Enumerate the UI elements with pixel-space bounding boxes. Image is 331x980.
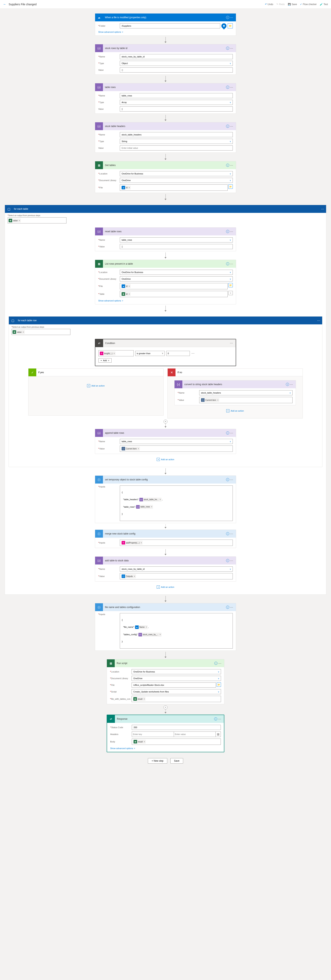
add-action-button[interactable]: +Add an action	[157, 585, 174, 589]
info-icon[interactable]: i	[226, 86, 229, 89]
card-header[interactable]: {𝑥} add table to stock data i ⋯	[95, 557, 236, 565]
value-input[interactable]	[120, 244, 233, 249]
info-icon[interactable]: i	[226, 230, 229, 233]
result-token[interactable]: ▦result×	[133, 697, 145, 701]
menu-icon[interactable]: ⋯	[229, 230, 234, 234]
menu-icon[interactable]: ⋯	[289, 383, 294, 386]
script-select[interactable]: Create_Update worksheets from files∨	[132, 689, 221, 694]
addproperty-token[interactable]: fxaddProperty(...)×	[122, 541, 143, 545]
menu-icon[interactable]: ⋯	[321, 207, 324, 211]
menu-icon[interactable]: ⋯	[217, 717, 222, 721]
param-input[interactable]: ▦result×	[132, 696, 221, 702]
name-select[interactable]: stock_rows_by_table_id∨	[120, 566, 233, 571]
status-input[interactable]	[132, 725, 221, 730]
save-button[interactable]: 💾Save	[288, 3, 297, 6]
card-header[interactable]: {𝑥} reset table rows i ⋯	[95, 228, 236, 235]
value-input[interactable]	[120, 107, 233, 111]
info-icon[interactable]: i	[226, 478, 229, 481]
value-input[interactable]: ▢Current item×	[120, 445, 233, 452]
insert-step-button[interactable]: +	[164, 705, 167, 710]
length-token[interactable]: fxlength(...)×	[100, 352, 116, 355]
inputs-code[interactable]: { "table_headers": {𝑥}stock_table_he...×…	[120, 485, 233, 521]
menu-icon[interactable]: ⋯	[229, 478, 234, 482]
inputs-code[interactable]: { "file_name": ☁Name×, "tables_config": …	[120, 613, 233, 649]
id-token[interactable]: ▦Id×	[122, 292, 130, 296]
folder-picker-button[interactable]: 📁	[228, 23, 233, 29]
clear-icon[interactable]: ×	[228, 291, 233, 295]
menu-icon[interactable]: ⋯	[229, 262, 234, 266]
location-select[interactable]: OneDrive for Business∨	[132, 669, 221, 674]
value-input[interactable]	[120, 145, 233, 151]
back-arrow[interactable]: ←	[3, 3, 6, 6]
name-select[interactable]: table_rows∨	[120, 237, 233, 242]
header-value-input[interactable]	[174, 732, 216, 737]
flowchecker-button[interactable]: ✓Flow checker	[300, 3, 317, 6]
info-icon[interactable]: i	[226, 125, 229, 128]
name-input[interactable]	[120, 132, 233, 137]
menu-icon[interactable]: ⋯	[229, 431, 234, 435]
info-icon[interactable]: i	[226, 262, 229, 266]
result-token[interactable]: ▦result×	[134, 740, 146, 744]
value-input[interactable]: {·}Outputs×	[120, 573, 233, 579]
menu-icon[interactable]: ⋯	[229, 164, 234, 167]
type-select[interactable]: Object∨	[120, 61, 233, 66]
info-icon[interactable]: i	[286, 383, 289, 386]
header-key-input[interactable]	[132, 732, 174, 737]
menu-icon[interactable]: ⋯	[218, 662, 222, 665]
outputs-token[interactable]: {·}Outputs×	[122, 574, 136, 578]
folder-input[interactable]: /Suppliers	[120, 23, 220, 29]
stockrows-token[interactable]: {𝑥}stock_rows_by_...×	[138, 633, 162, 636]
library-select[interactable]: OneDrive∨	[132, 676, 221, 681]
advanced-options-link[interactable]: Show advanced options∨	[98, 31, 123, 33]
name-input[interactable]	[120, 54, 233, 59]
inputs-field[interactable]: fxaddProperty(...)×	[120, 539, 233, 546]
card-header[interactable]: ▦ Get tables i ⋯	[95, 161, 236, 169]
switch-mode-icon[interactable]: ⊞	[215, 732, 221, 737]
card-header[interactable]: {𝑥} table rows i ⋯	[95, 83, 236, 91]
menu-icon[interactable]: ⋯	[229, 46, 234, 50]
add-action-button[interactable]: +Add an action	[157, 458, 174, 461]
save-button-bottom[interactable]: Save	[170, 758, 183, 764]
info-icon[interactable]: i	[226, 47, 229, 50]
card-header[interactable]: {𝑥} convert to string stock table header…	[175, 380, 296, 388]
body-input[interactable]: ▦result×	[132, 738, 221, 745]
add-action-button[interactable]: +Add an action	[226, 409, 244, 412]
name-input[interactable]	[120, 93, 233, 98]
value-token[interactable]: ▦value×	[13, 330, 25, 334]
info-icon[interactable]: i	[214, 662, 218, 665]
card-header[interactable]: ▦ Run script i ⋯	[107, 659, 224, 667]
file-picker-icon[interactable]: 📁	[228, 283, 233, 287]
file-input[interactable]: /office_scripts/Master-Stock.xlsx	[132, 682, 216, 687]
card-header[interactable]: {·} merge new stock table config i ⋯	[95, 530, 236, 538]
library-select[interactable]: OneDrive∨	[120, 276, 233, 282]
stocktableheaders-token[interactable]: {𝑥}stock_table_he...×	[139, 498, 162, 501]
name-select[interactable]: table_rows∨	[120, 439, 233, 444]
card-header[interactable]: ▦ List rows present in a table i ⋯	[95, 260, 236, 268]
scope-header[interactable]: ▢ for each table ⋯	[5, 205, 326, 213]
file-input[interactable]: ☁Id×	[120, 283, 228, 289]
output-field[interactable]: ▦value×	[8, 217, 67, 223]
value-input[interactable]	[120, 67, 233, 73]
condition-left[interactable]: fxlength(...)×	[99, 350, 134, 356]
currentitem-token[interactable]: ▢Current item×	[201, 398, 219, 402]
menu-icon[interactable]: ⋯	[229, 532, 234, 536]
dynamic-content-icon[interactable]	[220, 22, 228, 30]
menu-icon[interactable]: ⋯	[229, 559, 234, 563]
location-select[interactable]: OneDrive for Business∨	[120, 171, 233, 176]
library-select[interactable]: OneDrive∨	[120, 178, 233, 183]
info-icon[interactable]: i	[226, 532, 229, 535]
card-header[interactable]: {𝑥} stock rows by table id i ⋯	[95, 44, 236, 52]
id-token[interactable]: ☁Id×	[122, 284, 130, 288]
card-header[interactable]: {𝑥} append table rows i ⋯	[95, 429, 236, 437]
name-token[interactable]: ☁Name×	[135, 625, 148, 629]
advanced-options-link[interactable]: Show advanced options∨	[110, 747, 135, 749]
name-select[interactable]: stock_table_headers∨	[199, 390, 293, 395]
test-button[interactable]: 🧪Test	[320, 3, 328, 6]
currentitem-token[interactable]: ▢Current item×	[122, 447, 140, 450]
output-field[interactable]: ▦value×	[11, 329, 70, 335]
menu-icon[interactable]: ⋯	[229, 86, 234, 89]
condition-right[interactable]	[166, 351, 190, 356]
condition-op[interactable]: is greater than∨	[135, 351, 165, 356]
add-condition-button[interactable]: +Add∨	[99, 358, 111, 363]
file-input[interactable]: ☁Id×	[120, 185, 228, 191]
